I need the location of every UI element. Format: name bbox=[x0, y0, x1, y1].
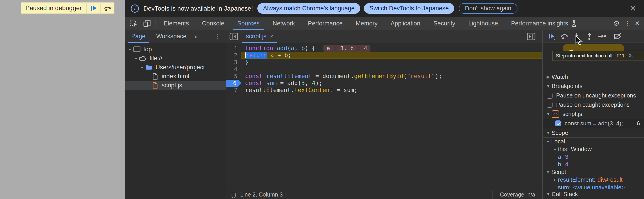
device-toolbar-icon[interactable] bbox=[142, 19, 152, 28]
breakpoint-file-group[interactable]: ▼ ‹› script.js bbox=[542, 109, 644, 119]
step-over-icon bbox=[104, 4, 112, 12]
section-call-stack[interactable]: ▼ Call Stack bbox=[542, 189, 644, 199]
line-number[interactable]: 3 bbox=[226, 59, 242, 66]
tab-console[interactable]: Console bbox=[196, 17, 231, 30]
breakpoint-entry[interactable]: const sum = add(3, 4); 6 bbox=[542, 119, 644, 128]
editor-pane: script.js × 1function add(a, b) {a = 3, … bbox=[226, 30, 542, 199]
code-token: textContent bbox=[294, 87, 333, 93]
code-line-1[interactable]: 1function add(a, b) {a = 3, b = 4 bbox=[226, 45, 542, 52]
scope-prop-name: b bbox=[558, 161, 561, 168]
dont-show-again-button[interactable]: Don't show again bbox=[459, 3, 517, 14]
breakpoint-checkbox[interactable] bbox=[555, 120, 561, 126]
code-line-6[interactable]: 6const sum = add(3, 4); bbox=[226, 80, 542, 87]
code-line-4[interactable]: 4 bbox=[226, 66, 542, 73]
inline-eval-values: a = 3, b = 4 bbox=[324, 45, 370, 52]
code-editor[interactable]: 1function add(a, b) {a = 3, b = 42return… bbox=[226, 43, 542, 190]
step-button[interactable] bbox=[596, 31, 608, 42]
code-line-content: resultElement.textContent = sum; bbox=[242, 87, 542, 94]
tree-item-script-js[interactable]: script.js bbox=[125, 81, 226, 90]
tab-elements[interactable]: Elements bbox=[157, 17, 196, 30]
section-breakpoints[interactable]: ▼ Breakpoints bbox=[542, 82, 644, 91]
tab-label: Security bbox=[434, 20, 456, 27]
tab-application[interactable]: Application bbox=[384, 17, 427, 30]
pretty-print-icon[interactable]: { } bbox=[226, 191, 240, 198]
pause-option-row[interactable]: Pause on uncaught exceptions bbox=[542, 91, 644, 100]
code-token: getElementById bbox=[354, 73, 403, 79]
settings-gear-icon[interactable]: ⚙ bbox=[612, 19, 621, 28]
tab-lighthouse[interactable]: Lighthouse bbox=[462, 17, 504, 30]
code-line-5[interactable]: 5const resultElement = document.getEleme… bbox=[226, 73, 542, 80]
scope-prop-colon: : bbox=[561, 161, 563, 168]
pause-option-label: Pause on uncaught exceptions bbox=[556, 92, 636, 99]
hide-debugger-sidebar-icon[interactable] bbox=[524, 33, 539, 41]
close-tab-icon[interactable]: × bbox=[270, 33, 274, 40]
close-devtools-icon[interactable]: ✕ bbox=[634, 19, 641, 28]
tab-performance-insights[interactable]: Performance insights bbox=[505, 17, 584, 30]
tab-sources[interactable]: Sources bbox=[231, 17, 266, 30]
tree-item-index-html[interactable]: index.html bbox=[125, 72, 226, 81]
breakpoint-marker[interactable]: 6 bbox=[226, 80, 242, 87]
tab-security[interactable]: Security bbox=[427, 17, 462, 30]
line-number[interactable]: 5 bbox=[226, 73, 242, 80]
scope-prop-colon: : bbox=[561, 153, 563, 160]
step-into-button[interactable] bbox=[570, 31, 583, 42]
code-line-content: const resultElement = document.getElemen… bbox=[242, 73, 542, 80]
navigator-tab-workspace[interactable]: Workspace bbox=[152, 30, 191, 43]
inspect-element-icon[interactable] bbox=[128, 19, 138, 28]
pause-on-uncaught-exceptions-checkbox[interactable] bbox=[547, 93, 552, 99]
tab-network[interactable]: Network bbox=[266, 17, 302, 30]
breakpoint-file-label: script.js bbox=[562, 111, 582, 117]
pause-option-label: Pause on caught exceptions bbox=[556, 101, 630, 108]
scope-prop-colon: : bbox=[594, 176, 595, 183]
debugger-sidebar: Step into next function call - F11 - ⌘ ;… bbox=[542, 30, 644, 199]
more-options-kebab-icon[interactable]: ⋮ bbox=[623, 19, 632, 28]
tree-item-label: file:// bbox=[150, 55, 162, 62]
navigator-kebab-icon[interactable]: ⋮ bbox=[210, 30, 226, 43]
line-number[interactable]: 7 bbox=[226, 87, 242, 94]
section-scope[interactable]: ▼ Scope bbox=[542, 128, 644, 137]
pause-on-caught-exceptions-checkbox[interactable] bbox=[547, 102, 552, 108]
section-watch[interactable]: ▶ Watch bbox=[542, 72, 644, 82]
flask-icon bbox=[571, 20, 578, 27]
scope-prop-this[interactable]: ▸this:Window bbox=[542, 145, 644, 153]
scope-prop-b[interactable]: b:4 bbox=[542, 160, 644, 168]
more-tabs-chevron-icon[interactable]: » bbox=[191, 30, 201, 43]
line-number[interactable]: 4 bbox=[226, 66, 242, 73]
switch-devtools-to-japanese-button[interactable]: Switch DevTools to Japanese bbox=[364, 3, 454, 14]
scope-section-local[interactable]: ▾Local bbox=[542, 137, 644, 145]
code-token: ( bbox=[403, 73, 407, 79]
step-over-script-button[interactable] bbox=[100, 3, 114, 14]
code-token: ) { bbox=[305, 45, 315, 52]
always-match-chrome-s-language-button[interactable]: Always match Chrome's language bbox=[258, 3, 360, 14]
notification-message: DevTools is now available in Japanese! bbox=[144, 5, 253, 12]
scope-section-script[interactable]: ▾Script bbox=[542, 168, 644, 176]
tree-item-users-user-project[interactable]: ▾Users/user/project bbox=[125, 63, 226, 72]
code-line-2[interactable]: 2return a + b; bbox=[226, 52, 542, 59]
breakpoint-line-number: 6 bbox=[637, 120, 644, 127]
navigator-tab-page[interactable]: Page bbox=[127, 30, 150, 43]
navigator-tab-bar: PageWorkspace » ⋮ bbox=[125, 30, 226, 43]
step-out-button[interactable] bbox=[583, 31, 596, 42]
pause-option-row[interactable]: Pause on caught exceptions bbox=[542, 100, 644, 109]
call-stack-label: Call Stack bbox=[552, 191, 578, 198]
resume-button[interactable] bbox=[545, 31, 558, 42]
line-number[interactable]: 1 bbox=[226, 45, 242, 52]
tab-memory[interactable]: Memory bbox=[349, 17, 384, 30]
tab-performance[interactable]: Performance bbox=[302, 17, 349, 30]
scope-prop-resultelement[interactable]: ▸resultElement:div#result bbox=[542, 176, 644, 183]
editor-tab-scriptjs[interactable]: script.js × bbox=[242, 30, 278, 43]
notification-bar: i DevTools is now available in Japanese!… bbox=[125, 0, 644, 17]
tree-item-top[interactable]: ▾top bbox=[125, 45, 226, 54]
step-over-button[interactable] bbox=[558, 31, 570, 42]
code-line-7[interactable]: 7resultElement.textContent = sum; bbox=[226, 87, 542, 94]
hide-navigator-icon[interactable] bbox=[226, 30, 242, 43]
scope-prop-a[interactable]: a:3 bbox=[542, 153, 644, 160]
tree-item-file[interactable]: ▾file:// bbox=[125, 54, 226, 63]
code-line-3[interactable]: 3} bbox=[226, 59, 542, 66]
toolbar-divider bbox=[610, 33, 610, 40]
code-token: const bbox=[245, 80, 266, 86]
deactivate-breakpoints-button[interactable] bbox=[611, 31, 624, 42]
line-number[interactable]: 2 bbox=[226, 52, 242, 59]
notification-close-icon[interactable]: ✕ bbox=[628, 4, 638, 13]
resume-script-button[interactable] bbox=[86, 3, 100, 14]
